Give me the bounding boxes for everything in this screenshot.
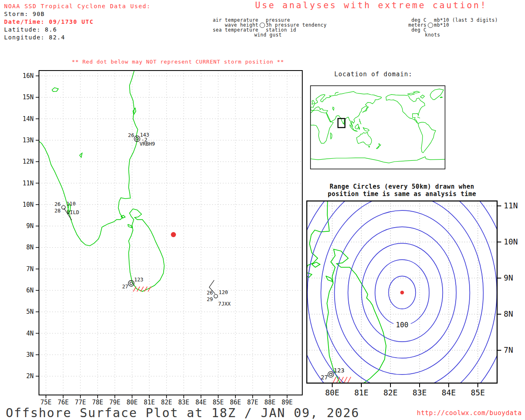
world-coast-caspian <box>333 107 334 110</box>
india-coastline <box>38 69 138 246</box>
station-sea-temp: 27 <box>122 283 128 290</box>
main-map-y-tick-label: 12N <box>23 158 34 165</box>
station-sea-temp: 29 <box>207 296 213 302</box>
station-marker <box>214 294 218 298</box>
main-map-x-tick-label: 83E <box>178 399 189 406</box>
main-map-y-tick-label: 8N <box>26 244 34 251</box>
main-map-gridlines <box>39 71 302 395</box>
sri-lanka-coastline <box>326 249 386 384</box>
world-coast-namerica <box>386 94 425 123</box>
world-coast-baffin <box>420 95 425 98</box>
range-circles <box>280 145 524 420</box>
station-marker-inner <box>329 373 332 376</box>
main-map-y-tick-label: 9N <box>26 222 34 230</box>
world-coast-philippines <box>359 119 361 124</box>
world-coast-cuba <box>418 117 420 118</box>
main-map-y-tick-label: 14N <box>23 115 34 123</box>
range-coastline <box>307 201 386 384</box>
main-map: 75E76E77E78E79E80E81E82E83E84E85E86E87E8… <box>23 69 302 406</box>
small-island <box>307 273 312 277</box>
main-map-x-tick-label: 79E <box>109 399 120 406</box>
main-map-x-tick-label: 81E <box>144 399 155 406</box>
world-coast-borneo <box>355 124 359 129</box>
station-marker-inner <box>130 282 132 285</box>
world-coast-madagascar <box>331 133 332 139</box>
station-sea-temp: 27 <box>321 374 328 381</box>
main-map-x-tick-label: 75E <box>40 399 51 406</box>
range-y-tick-label: 8N <box>504 309 513 318</box>
main-map-x-tick-label: 87E <box>247 399 258 406</box>
world-coast-nz_south <box>377 146 379 149</box>
world-coast-sulawesi <box>359 127 360 130</box>
station-pressure: 123 <box>333 367 344 374</box>
main-map-x-tick-label: 89E <box>281 399 292 406</box>
range-circle-450km <box>280 145 524 420</box>
plot-canvas: 75E76E77E78E79E80E81E82E83E84E85E86E87E8… <box>0 0 525 420</box>
range-x-tick-label: 81E <box>354 388 368 397</box>
station-id-label: 7JXX <box>218 301 231 307</box>
main-map-y-tick-label: 2N <box>26 372 34 380</box>
range-y-tick-label: 9N <box>504 273 513 282</box>
main-map-y-tick-label: 11N <box>23 180 34 187</box>
world-coast-arctic1 <box>408 93 414 95</box>
main-map-x-tick-label: 82E <box>161 399 172 406</box>
main-map-y-tick-label: 7N <box>26 265 34 273</box>
range-circles-plot: 1001232780E81E82E83E84E85E11N10N9N8N7N <box>280 145 524 420</box>
main-map-x-tick-label: 88E <box>264 399 275 406</box>
station-pressure: 120 <box>219 289 228 295</box>
world-coast-nz_north <box>379 143 381 146</box>
station-id-missing-slash <box>144 287 147 292</box>
station-id-missing-slash <box>148 287 151 292</box>
world-coast-africa <box>310 110 333 144</box>
station-id-missing-slash <box>347 377 351 383</box>
main-map-y-tick-label: 10N <box>23 201 34 208</box>
world-coast-samerica <box>418 122 436 153</box>
range-x-tick-label: 84E <box>442 388 456 397</box>
range-x-tick-label: 83E <box>413 388 427 397</box>
station-id-missing-slash <box>344 377 347 383</box>
main-map-coastline <box>38 69 164 291</box>
station-pressure: 110 <box>66 201 76 207</box>
world-coast-arctic2 <box>413 91 420 94</box>
station-marker <box>62 205 65 209</box>
main-map-x-tick-label: 84E <box>195 399 206 406</box>
storm-position-dot <box>171 232 176 237</box>
station-plot: 26120297JXX <box>207 280 231 307</box>
world-coast-newguinea <box>363 128 370 131</box>
range-x-tick-label: 80E <box>325 388 339 397</box>
world-coast-tasmania <box>369 146 370 148</box>
range-x-tick-label: 82E <box>383 388 397 397</box>
world-coast-java <box>354 130 357 132</box>
world-coast-uk <box>312 100 315 105</box>
small-island <box>52 88 59 91</box>
main-map-x-tick-label: 77E <box>75 399 86 406</box>
range-y-tick-label: 11N <box>504 201 518 210</box>
main-map-x-tick-label: 76E <box>57 399 68 406</box>
world-locator-map <box>310 86 445 169</box>
main-map-x-tick-label: 86E <box>230 399 241 406</box>
world-coast-eurasia <box>310 91 381 127</box>
station-id-missing-slash <box>141 287 144 292</box>
station-air-temp: 26 <box>207 290 213 296</box>
main-map-y-tick-label: 3N <box>26 351 34 358</box>
main-map-x-tick-label: 78E <box>92 399 103 406</box>
range-circle-label: 100 <box>396 321 409 329</box>
world-coast-greenland <box>430 89 444 100</box>
main-map-y-tick-label: 4N <box>26 330 34 337</box>
main-map-y-tick-label: 5N <box>26 308 34 315</box>
station-air-temp: 26 <box>128 132 134 138</box>
station-id-missing-slash <box>133 287 136 292</box>
station-id-missing-slash <box>333 377 336 383</box>
main-map-x-tick-label: 85E <box>212 399 224 406</box>
station-pressure: 123 <box>134 276 144 283</box>
world-coast-sumatra <box>350 125 354 130</box>
main-map-y-tick-label: 16N <box>23 72 34 80</box>
station-plot: 2611028VILD <box>55 201 79 220</box>
footer-title: Offshore Surface Plot at 18Z / JAN 09, 2… <box>6 407 360 419</box>
small-island <box>133 108 136 114</box>
main-map-y-tick-label: 15N <box>23 94 34 101</box>
station-air-temp: 26 <box>55 201 61 207</box>
world-map-frame <box>310 86 445 169</box>
world-coast-australia <box>357 132 372 145</box>
world-coastlines <box>310 89 445 163</box>
